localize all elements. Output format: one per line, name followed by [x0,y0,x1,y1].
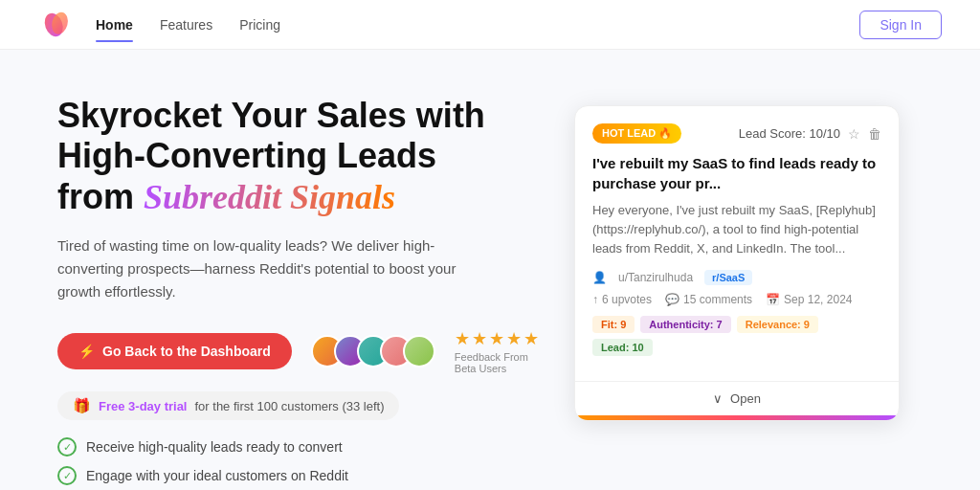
dashboard-icon: ⚡ [78,344,95,359]
upvote-icon: ↑ [592,293,598,306]
avatar [403,335,435,368]
headline-brand: Subreddit Signals [144,178,395,216]
cta-row: ⚡ Go Back to the Dashboard ★★★★★ Feedbac… [57,328,517,374]
nav-pricing[interactable]: Pricing [239,13,280,36]
navbar: Home Features Pricing Sign In [0,0,980,50]
feature-text: Receive high-quality leads ready to conv… [86,439,343,455]
upvotes-value: 6 upvotes [602,293,652,306]
trash-icon[interactable]: 🗑 [868,126,881,142]
lead-score-tag: Lead: 10 [592,339,653,356]
card-actions: Lead Score: 10/10 ☆ 🗑 [739,126,881,142]
card-stats: ↑ 6 upvotes 💬 15 comments 📅 Sep 12, 2024 [592,293,881,306]
person-icon: 👤 [592,271,607,284]
hot-badge: HOT LEAD 🔥 [592,123,681,144]
gift-icon: 🎁 [73,397,91,414]
card-top-row: HOT LEAD 🔥 Lead Score: 10/10 ☆ 🗑 [592,123,881,144]
hero-subtext: Tired of wasting time on low-quality lea… [57,234,459,303]
free-label: Free 3-day trial [99,399,188,413]
trial-details: for the first 100 customers (33 left) [195,399,385,413]
rating-block: ★★★★★ Feedback From Beta Users [455,328,541,374]
logo-icon[interactable] [38,8,73,42]
hero-headline: Skyrocket Your Sales with High-Convertin… [57,96,517,217]
card-meta: 👤 u/Tanzirulhuda r/SaaS [592,270,881,285]
open-label: Open [730,391,761,406]
signin-button[interactable]: Sign In [859,11,942,39]
star-icon[interactable]: ☆ [848,126,860,142]
card-inner: HOT LEAD 🔥 Lead Score: 10/10 ☆ 🗑 I've re… [575,106,899,381]
avatar-group [311,335,435,368]
fit-score: Fit: 9 [592,316,635,333]
nav-home[interactable]: Home [96,13,133,36]
dashboard-button[interactable]: ⚡ Go Back to the Dashboard [57,333,292,369]
hero-section: Skyrocket Your Sales with High-Convertin… [57,96,517,490]
lead-card: HOT LEAD 🔥 Lead Score: 10/10 ☆ 🗑 I've re… [574,105,900,421]
comments-stat: 💬 15 comments [665,293,752,306]
nav-features[interactable]: Features [160,13,212,36]
relevance-score: Relevance: 9 [737,316,818,333]
lead-score: Lead Score: 10/10 [739,126,840,141]
auth-score: Authenticity: 7 [640,316,730,333]
subreddit-badge[interactable]: r/SaaS [704,270,752,285]
features-list: ✓ Receive high-quality leads ready to co… [57,437,517,490]
date-stat: 📅 Sep 12, 2024 [766,293,852,306]
card-title: I've rebuilt my SaaS to find leads ready… [592,153,881,193]
feature-item: ✓ Receive high-quality leads ready to co… [57,437,517,457]
chevron-down-icon: ∨ [713,391,723,406]
card-gradient-bar [575,415,899,420]
date-value: Sep 12, 2024 [784,293,852,306]
nav-links: Home Features Pricing [96,13,280,36]
calendar-icon: 📅 [766,293,780,306]
feedback-label: Feedback From Beta Users [455,351,541,374]
main-content: Skyrocket Your Sales with High-Convertin… [0,50,980,490]
check-icon: ✓ [57,437,77,457]
comments-value: 15 comments [683,293,752,306]
score-tags: Fit: 9 Authenticity: 7 Relevance: 9 Lead… [592,316,881,356]
card-section: HOT LEAD 🔥 Lead Score: 10/10 ☆ 🗑 I've re… [574,96,900,490]
feature-text: Engage with your ideal customers on Redd… [86,468,348,483]
stars: ★★★★★ [455,328,541,349]
trial-badge: 🎁 Free 3-day trial for the first 100 cus… [57,391,399,420]
comment-icon: 💬 [665,293,679,306]
card-body: Hey everyone, I've just rebuilt my SaaS,… [592,201,881,258]
dashboard-label: Go Back to the Dashboard [102,344,271,359]
check-icon: ✓ [57,466,77,485]
open-button[interactable]: ∨ Open [575,381,899,415]
feature-item: ✓ Engage with your ideal customers on Re… [57,466,517,485]
author: u/Tanzirulhuda [618,271,693,284]
upvotes-stat: ↑ 6 upvotes [592,293,652,306]
